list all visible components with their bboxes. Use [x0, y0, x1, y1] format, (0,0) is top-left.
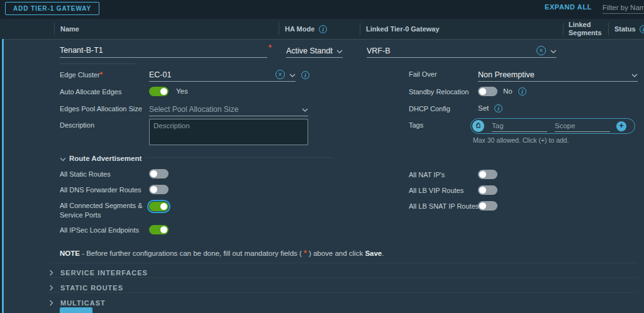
note-suffix: . [382, 250, 384, 257]
description-textarea[interactable] [149, 119, 308, 145]
filter-input[interactable] [602, 1, 644, 14]
fail-over-label: Fail Over [409, 70, 437, 79]
pool-allocation-size-select[interactable]: Select Pool Allocation Size [149, 102, 308, 116]
header-spacer [0, 19, 54, 39]
toggle-knob [150, 170, 157, 177]
linked-tier0-value: VRF-B [367, 47, 536, 55]
column-header-linked-segments-label: Linked Segments [569, 21, 608, 36]
auto-allocate-edges-toggle[interactable] [149, 87, 169, 96]
all-ipsec-local-endpoints-toggle[interactable] [149, 225, 169, 234]
mandatory-fields-note: NOTE - Before further configurations can… [60, 249, 384, 258]
edge-cluster-label-text: Edge Cluster [60, 71, 100, 79]
edge-cluster-required-marker: * [100, 70, 103, 79]
note-text: ) above and click [307, 250, 365, 257]
chevron-down-icon [336, 47, 343, 55]
tag-input[interactable] [492, 121, 547, 132]
toggle-knob [160, 88, 167, 95]
standby-relocation-toggle[interactable] [478, 87, 497, 96]
all-lb-vip-routes-toggle[interactable] [478, 185, 497, 195]
route-toggle-label: All IPSec Local Endpoints [60, 226, 139, 235]
route-toggle-label: All Connected Segments & Service Ports [60, 201, 149, 220]
route-toggle-label: All NAT IP's [409, 170, 445, 180]
route-toggle-label: All LB SNAT IP Routes [409, 202, 479, 211]
toggle-knob [479, 171, 486, 178]
edge-cluster-label: Edge Cluster* [60, 70, 103, 80]
note-text: - Before further configurations can be d… [80, 250, 304, 257]
linked-tier0-select[interactable]: VRF-B × [367, 44, 557, 58]
route-advertisement-title: Route Advertisement [69, 155, 142, 162]
pool-allocation-size-label: Edges Pool Allocation Size [60, 104, 142, 114]
route-toggle-label: All Static Routes [60, 170, 111, 179]
column-header-name-label: Name [60, 25, 79, 33]
column-header-status-label: Status [614, 25, 636, 33]
description-label: Description [60, 121, 94, 130]
dhcp-config-value: Set [478, 104, 489, 112]
route-toggle-label: All DNS Forwarder Routes [60, 185, 142, 195]
note-prefix: NOTE [60, 250, 80, 257]
chevron-down-icon [302, 105, 308, 114]
row-selection-accent [2, 39, 4, 313]
auto-allocate-edges-label: Auto Allocate Edges [60, 87, 121, 97]
status-info-icon[interactable]: i [640, 25, 644, 33]
column-divider [54, 23, 55, 35]
ha-mode-info-icon[interactable]: i [319, 25, 327, 33]
section-label: MULTICAST [60, 299, 106, 307]
route-advertisement-header[interactable]: Route Advertisement [60, 153, 142, 164]
chevron-down-icon [550, 47, 557, 55]
tags-hint: Max 30 allowed. Click (+) to add. [473, 136, 569, 144]
chevron-right-icon [49, 297, 53, 309]
name-required-marker: * [269, 43, 272, 52]
all-static-routes-toggle[interactable] [149, 169, 169, 178]
toggle-knob [479, 202, 486, 209]
note-save-word: Save [365, 250, 382, 257]
clear-selection-icon[interactable]: × [275, 70, 285, 79]
section-multicast[interactable]: MULTICAST [49, 297, 638, 309]
column-header-linked-tier0-label: Linked Tier-0 Gateway [366, 25, 440, 33]
section-rule [145, 157, 333, 158]
column-header-ha-mode: HA Mode i [279, 19, 360, 39]
toggle-knob [160, 226, 167, 233]
name-cell-separator [60, 63, 135, 64]
section-label: SERVICE INTERFACES [60, 269, 148, 277]
toggle-knob [160, 203, 167, 210]
tags-label: Tags [409, 121, 423, 130]
table-header: Name HA Mode i Linked Tier-0 Gateway Lin… [0, 19, 644, 39]
column-header-status: Status i [608, 19, 644, 39]
dhcp-config-info-icon[interactable]: i [494, 104, 502, 113]
chevron-down-icon [631, 70, 638, 79]
chevron-down-icon [289, 70, 296, 79]
gateway-name-input[interactable] [60, 44, 267, 58]
standby-relocation-info-icon[interactable]: i [518, 87, 526, 96]
edge-cluster-value: EC-01 [149, 70, 275, 79]
all-connected-segments-toggle[interactable] [149, 202, 169, 211]
section-divider [49, 263, 638, 263]
scope-input[interactable] [555, 121, 610, 132]
ha-mode-value: Active Standby [286, 47, 333, 55]
column-divider [279, 23, 279, 35]
clear-selection-icon[interactable]: × [536, 46, 546, 55]
all-nat-ips-toggle[interactable] [478, 170, 497, 179]
expand-all-button[interactable]: EXPAND ALL [545, 3, 592, 11]
toggle-knob [479, 88, 486, 95]
route-toggle-label: All LB VIP Routes [409, 186, 464, 195]
pool-allocation-size-placeholder: Select Pool Allocation Size [149, 105, 298, 114]
toggle-knob [479, 187, 486, 194]
section-divider [49, 277, 638, 278]
toolbar: ADD TIER-1 GATEWAY EXPAND ALL [0, 0, 644, 19]
all-dns-forwarder-routes-toggle[interactable] [149, 185, 169, 194]
standby-relocation-label: Standby Relocation [409, 87, 469, 97]
fail-over-select[interactable]: Non Preemptive [478, 68, 638, 82]
save-button[interactable] [60, 307, 92, 313]
column-divider [608, 23, 609, 35]
column-header-name: Name [54, 19, 279, 39]
edge-cluster-info-icon[interactable]: i [301, 71, 309, 79]
add-tag-button[interactable]: + [616, 121, 626, 131]
add-tier1-gateway-button[interactable]: ADD TIER-1 GATEWAY [5, 2, 99, 15]
edge-cluster-select[interactable]: EC-01 × [149, 68, 296, 82]
ha-mode-select[interactable]: Active Standby [286, 44, 343, 58]
column-divider [360, 23, 360, 35]
all-lb-snat-ip-routes-toggle[interactable] [478, 201, 497, 211]
auto-allocate-edges-state: Yes [176, 87, 188, 95]
tier1-gateway-page: ADD TIER-1 GATEWAY EXPAND ALL Name HA Mo… [0, 0, 644, 313]
toggle-knob [150, 186, 157, 193]
